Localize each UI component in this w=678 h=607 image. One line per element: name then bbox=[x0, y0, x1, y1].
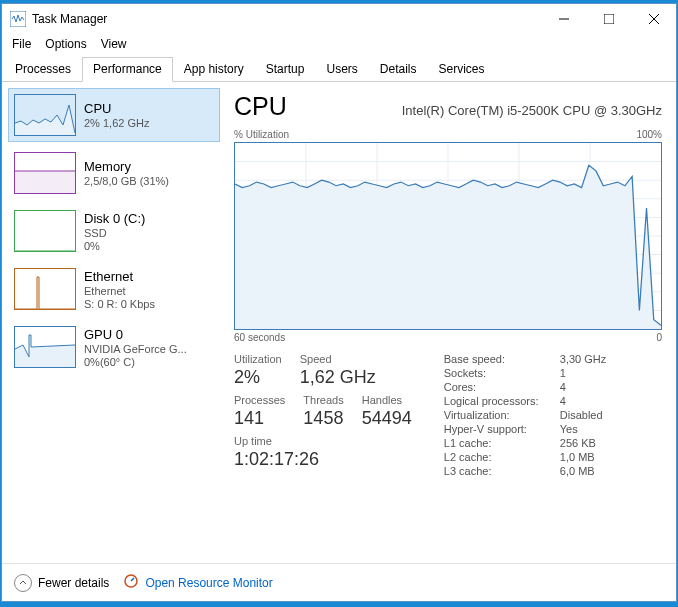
spec-key: Virtualization: bbox=[444, 409, 560, 421]
stat-label: Handles bbox=[362, 394, 412, 406]
open-resource-monitor-link[interactable]: Open Resource Monitor bbox=[123, 573, 272, 592]
svg-line-21 bbox=[131, 578, 134, 581]
mini-chart-icon bbox=[14, 94, 76, 136]
fewer-details-button[interactable]: Fewer details bbox=[14, 574, 109, 592]
tab-users[interactable]: Users bbox=[315, 57, 368, 82]
sidebar-item-sub: NVIDIA GeForce G... bbox=[84, 343, 187, 355]
stat-value: 1458 bbox=[303, 408, 343, 429]
stat-value: 54494 bbox=[362, 408, 412, 429]
task-manager-window: Task Manager File Options View Processes… bbox=[1, 3, 677, 602]
sidebar-item-sub: 2,5/8,0 GB (31%) bbox=[84, 175, 169, 187]
close-button[interactable] bbox=[631, 4, 676, 34]
open-resource-monitor-label: Open Resource Monitor bbox=[145, 576, 272, 590]
fewer-details-label: Fewer details bbox=[38, 576, 109, 590]
tab-startup[interactable]: Startup bbox=[255, 57, 316, 82]
spec-value: 4 bbox=[560, 381, 566, 393]
spec-row: L2 cache:1,0 MB bbox=[444, 451, 606, 463]
tab-services[interactable]: Services bbox=[428, 57, 496, 82]
sidebar-item-title: Memory bbox=[84, 159, 169, 174]
tab-processes[interactable]: Processes bbox=[4, 57, 82, 82]
sidebar-item-title: CPU bbox=[84, 101, 149, 116]
sidebar-item-gpu-0[interactable]: GPU 0NVIDIA GeForce G...0%(60° C) bbox=[8, 320, 220, 374]
sidebar-item-disk-0-c-[interactable]: Disk 0 (C:)SSD0% bbox=[8, 204, 220, 258]
spec-row: Hyper-V support:Yes bbox=[444, 423, 606, 435]
spec-key: Logical processors: bbox=[444, 395, 560, 407]
cpu-utilization-chart[interactable] bbox=[234, 142, 662, 330]
titlebar[interactable]: Task Manager bbox=[2, 4, 676, 34]
sidebar-item-ethernet[interactable]: EthernetEthernetS: 0 R: 0 Kbps bbox=[8, 262, 220, 316]
spec-value: 4 bbox=[560, 395, 566, 407]
main-panel: CPU Intel(R) Core(TM) i5-2500K CPU @ 3.3… bbox=[220, 88, 670, 557]
stat-value: 1,62 GHz bbox=[300, 367, 376, 388]
uptime: Up time1:02:17:26 bbox=[234, 435, 412, 470]
spec-key: L3 cache: bbox=[444, 465, 560, 477]
spec-value: Yes bbox=[560, 423, 578, 435]
spec-value: Disabled bbox=[560, 409, 603, 421]
tab-performance[interactable]: Performance bbox=[82, 57, 173, 82]
spec-row: L1 cache:256 KB bbox=[444, 437, 606, 449]
stat-cell: Processes141 bbox=[234, 394, 285, 429]
menu-file[interactable]: File bbox=[12, 37, 31, 51]
chart-label-60s: 60 seconds bbox=[234, 332, 285, 343]
sidebar-item-title: GPU 0 bbox=[84, 327, 187, 342]
uptime-label: Up time bbox=[234, 435, 412, 447]
menubar: File Options View bbox=[2, 34, 676, 54]
minimize-button[interactable] bbox=[541, 4, 586, 34]
chart-label-0: 0 bbox=[656, 332, 662, 343]
stat-cell: Speed1,62 GHz bbox=[300, 353, 376, 388]
spec-key: L1 cache: bbox=[444, 437, 560, 449]
svg-marker-19 bbox=[235, 165, 661, 329]
uptime-value: 1:02:17:26 bbox=[234, 449, 412, 470]
spec-key: Hyper-V support: bbox=[444, 423, 560, 435]
spec-row: Cores:4 bbox=[444, 381, 606, 393]
content-area: CPU2% 1,62 GHzMemory2,5/8,0 GB (31%)Disk… bbox=[2, 82, 676, 563]
chart-label-100: 100% bbox=[636, 129, 662, 140]
stat-row: Processes141Threads1458Handles54494 bbox=[234, 394, 412, 429]
sidebar-item-sub: SSD bbox=[84, 227, 145, 239]
stat-row: Utilization2%Speed1,62 GHz bbox=[234, 353, 412, 388]
caption-buttons bbox=[541, 4, 676, 34]
resource-monitor-icon bbox=[123, 573, 139, 592]
menu-view[interactable]: View bbox=[101, 37, 127, 51]
spec-row: L3 cache:6,0 MB bbox=[444, 465, 606, 477]
spec-value: 256 KB bbox=[560, 437, 596, 449]
spec-row: Virtualization:Disabled bbox=[444, 409, 606, 421]
stat-label: Processes bbox=[234, 394, 285, 406]
chart-top-labels: % Utilization 100% bbox=[234, 129, 662, 140]
page-title: CPU bbox=[234, 92, 287, 121]
sidebar-item-title: Disk 0 (C:) bbox=[84, 211, 145, 226]
menu-options[interactable]: Options bbox=[45, 37, 86, 51]
mini-chart-icon bbox=[14, 326, 76, 368]
footer: Fewer details Open Resource Monitor bbox=[2, 563, 676, 601]
spec-row: Sockets:1 bbox=[444, 367, 606, 379]
sidebar-item-title: Ethernet bbox=[84, 269, 155, 284]
maximize-button[interactable] bbox=[586, 4, 631, 34]
cpu-model: Intel(R) Core(TM) i5-2500K CPU @ 3.30GHz bbox=[307, 103, 662, 118]
stats-left: Utilization2%Speed1,62 GHzProcesses141Th… bbox=[234, 353, 412, 477]
svg-rect-2 bbox=[604, 14, 614, 24]
stats: Utilization2%Speed1,62 GHzProcesses141Th… bbox=[234, 353, 662, 477]
spec-value: 1 bbox=[560, 367, 566, 379]
tabstrip: Processes Performance App history Startu… bbox=[2, 56, 676, 82]
sidebar-item-sub2: 0% bbox=[84, 240, 145, 252]
sidebar-item-cpu[interactable]: CPU2% 1,62 GHz bbox=[8, 88, 220, 142]
spec-key: Base speed: bbox=[444, 353, 560, 365]
stats-right: Base speed:3,30 GHzSockets:1Cores:4Logic… bbox=[444, 353, 606, 477]
mini-chart-icon bbox=[14, 210, 76, 252]
spec-value: 3,30 GHz bbox=[560, 353, 606, 365]
spec-key: Cores: bbox=[444, 381, 560, 393]
chart-label-utilization: % Utilization bbox=[234, 129, 289, 140]
tab-details[interactable]: Details bbox=[369, 57, 428, 82]
spec-value: 1,0 MB bbox=[560, 451, 595, 463]
sidebar-item-sub: Ethernet bbox=[84, 285, 155, 297]
stat-value: 141 bbox=[234, 408, 285, 429]
spec-key: Sockets: bbox=[444, 367, 560, 379]
stat-cell: Utilization2% bbox=[234, 353, 282, 388]
main-header: CPU Intel(R) Core(TM) i5-2500K CPU @ 3.3… bbox=[234, 92, 662, 121]
sidebar-item-memory[interactable]: Memory2,5/8,0 GB (31%) bbox=[8, 146, 220, 200]
spec-value: 6,0 MB bbox=[560, 465, 595, 477]
sidebar-item-sub2: S: 0 R: 0 Kbps bbox=[84, 298, 155, 310]
chevron-up-icon bbox=[14, 574, 32, 592]
tab-app-history[interactable]: App history bbox=[173, 57, 255, 82]
window-title: Task Manager bbox=[32, 12, 541, 26]
